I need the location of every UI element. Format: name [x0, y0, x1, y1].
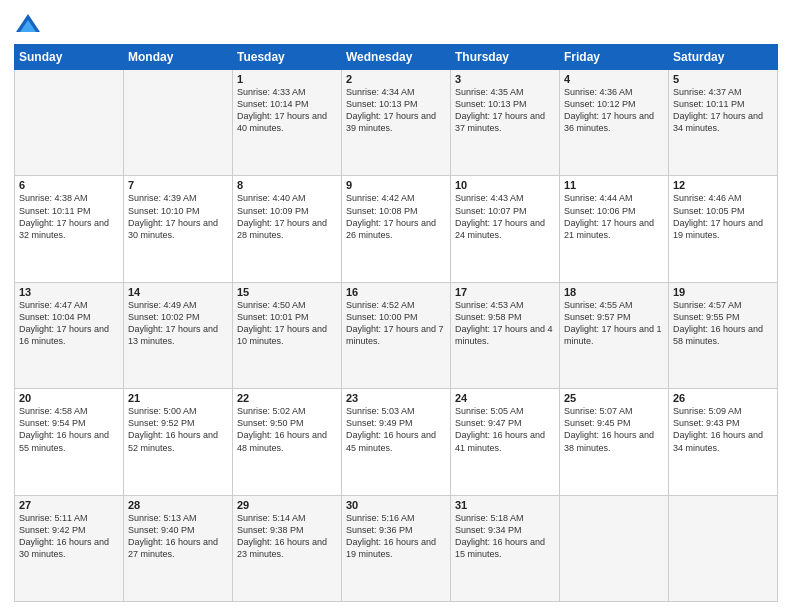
header-tuesday: Tuesday	[233, 45, 342, 70]
day-detail: Sunrise: 4:52 AM Sunset: 10:00 PM Daylig…	[346, 299, 446, 348]
day-cell: 13Sunrise: 4:47 AM Sunset: 10:04 PM Dayl…	[15, 282, 124, 388]
day-cell: 14Sunrise: 4:49 AM Sunset: 10:02 PM Dayl…	[124, 282, 233, 388]
day-detail: Sunrise: 4:42 AM Sunset: 10:08 PM Daylig…	[346, 192, 446, 241]
day-number: 9	[346, 179, 446, 191]
header-saturday: Saturday	[669, 45, 778, 70]
day-number: 12	[673, 179, 773, 191]
day-cell	[669, 495, 778, 601]
day-detail: Sunrise: 4:44 AM Sunset: 10:06 PM Daylig…	[564, 192, 664, 241]
day-number: 20	[19, 392, 119, 404]
day-cell: 28Sunrise: 5:13 AM Sunset: 9:40 PM Dayli…	[124, 495, 233, 601]
day-detail: Sunrise: 5:09 AM Sunset: 9:43 PM Dayligh…	[673, 405, 773, 454]
day-number: 8	[237, 179, 337, 191]
day-detail: Sunrise: 5:11 AM Sunset: 9:42 PM Dayligh…	[19, 512, 119, 561]
header-row: SundayMondayTuesdayWednesdayThursdayFrid…	[15, 45, 778, 70]
week-row-2: 13Sunrise: 4:47 AM Sunset: 10:04 PM Dayl…	[15, 282, 778, 388]
day-cell: 6Sunrise: 4:38 AM Sunset: 10:11 PM Dayli…	[15, 176, 124, 282]
day-cell: 20Sunrise: 4:58 AM Sunset: 9:54 PM Dayli…	[15, 389, 124, 495]
day-number: 24	[455, 392, 555, 404]
day-detail: Sunrise: 4:35 AM Sunset: 10:13 PM Daylig…	[455, 86, 555, 135]
day-cell: 11Sunrise: 4:44 AM Sunset: 10:06 PM Dayl…	[560, 176, 669, 282]
day-number: 14	[128, 286, 228, 298]
day-number: 28	[128, 499, 228, 511]
day-number: 1	[237, 73, 337, 85]
day-cell: 4Sunrise: 4:36 AM Sunset: 10:12 PM Dayli…	[560, 70, 669, 176]
day-cell: 2Sunrise: 4:34 AM Sunset: 10:13 PM Dayli…	[342, 70, 451, 176]
day-number: 10	[455, 179, 555, 191]
day-cell	[15, 70, 124, 176]
day-cell: 26Sunrise: 5:09 AM Sunset: 9:43 PM Dayli…	[669, 389, 778, 495]
day-cell: 8Sunrise: 4:40 AM Sunset: 10:09 PM Dayli…	[233, 176, 342, 282]
day-detail: Sunrise: 4:46 AM Sunset: 10:05 PM Daylig…	[673, 192, 773, 241]
day-cell: 22Sunrise: 5:02 AM Sunset: 9:50 PM Dayli…	[233, 389, 342, 495]
day-number: 29	[237, 499, 337, 511]
day-detail: Sunrise: 4:57 AM Sunset: 9:55 PM Dayligh…	[673, 299, 773, 348]
day-number: 22	[237, 392, 337, 404]
day-detail: Sunrise: 4:55 AM Sunset: 9:57 PM Dayligh…	[564, 299, 664, 348]
day-detail: Sunrise: 5:02 AM Sunset: 9:50 PM Dayligh…	[237, 405, 337, 454]
day-number: 25	[564, 392, 664, 404]
day-cell: 16Sunrise: 4:52 AM Sunset: 10:00 PM Dayl…	[342, 282, 451, 388]
day-cell: 12Sunrise: 4:46 AM Sunset: 10:05 PM Dayl…	[669, 176, 778, 282]
top-bar	[14, 10, 778, 38]
day-number: 23	[346, 392, 446, 404]
day-number: 4	[564, 73, 664, 85]
header-sunday: Sunday	[15, 45, 124, 70]
day-number: 26	[673, 392, 773, 404]
day-cell: 1Sunrise: 4:33 AM Sunset: 10:14 PM Dayli…	[233, 70, 342, 176]
week-row-1: 6Sunrise: 4:38 AM Sunset: 10:11 PM Dayli…	[15, 176, 778, 282]
day-cell: 3Sunrise: 4:35 AM Sunset: 10:13 PM Dayli…	[451, 70, 560, 176]
week-row-4: 27Sunrise: 5:11 AM Sunset: 9:42 PM Dayli…	[15, 495, 778, 601]
day-detail: Sunrise: 4:58 AM Sunset: 9:54 PM Dayligh…	[19, 405, 119, 454]
header-friday: Friday	[560, 45, 669, 70]
day-number: 3	[455, 73, 555, 85]
day-detail: Sunrise: 4:49 AM Sunset: 10:02 PM Daylig…	[128, 299, 228, 348]
day-number: 19	[673, 286, 773, 298]
day-cell: 5Sunrise: 4:37 AM Sunset: 10:11 PM Dayli…	[669, 70, 778, 176]
day-detail: Sunrise: 4:40 AM Sunset: 10:09 PM Daylig…	[237, 192, 337, 241]
day-detail: Sunrise: 5:18 AM Sunset: 9:34 PM Dayligh…	[455, 512, 555, 561]
header-wednesday: Wednesday	[342, 45, 451, 70]
header-thursday: Thursday	[451, 45, 560, 70]
day-number: 11	[564, 179, 664, 191]
day-number: 5	[673, 73, 773, 85]
day-detail: Sunrise: 4:36 AM Sunset: 10:12 PM Daylig…	[564, 86, 664, 135]
day-number: 7	[128, 179, 228, 191]
day-cell: 19Sunrise: 4:57 AM Sunset: 9:55 PM Dayli…	[669, 282, 778, 388]
week-row-3: 20Sunrise: 4:58 AM Sunset: 9:54 PM Dayli…	[15, 389, 778, 495]
day-cell: 15Sunrise: 4:50 AM Sunset: 10:01 PM Dayl…	[233, 282, 342, 388]
calendar-table: SundayMondayTuesdayWednesdayThursdayFrid…	[14, 44, 778, 602]
day-number: 21	[128, 392, 228, 404]
day-cell	[124, 70, 233, 176]
header-monday: Monday	[124, 45, 233, 70]
day-detail: Sunrise: 5:07 AM Sunset: 9:45 PM Dayligh…	[564, 405, 664, 454]
day-cell: 23Sunrise: 5:03 AM Sunset: 9:49 PM Dayli…	[342, 389, 451, 495]
day-number: 31	[455, 499, 555, 511]
day-cell: 7Sunrise: 4:39 AM Sunset: 10:10 PM Dayli…	[124, 176, 233, 282]
day-detail: Sunrise: 4:47 AM Sunset: 10:04 PM Daylig…	[19, 299, 119, 348]
day-number: 18	[564, 286, 664, 298]
day-number: 27	[19, 499, 119, 511]
day-detail: Sunrise: 4:33 AM Sunset: 10:14 PM Daylig…	[237, 86, 337, 135]
day-detail: Sunrise: 5:03 AM Sunset: 9:49 PM Dayligh…	[346, 405, 446, 454]
day-cell	[560, 495, 669, 601]
day-cell: 17Sunrise: 4:53 AM Sunset: 9:58 PM Dayli…	[451, 282, 560, 388]
day-detail: Sunrise: 4:43 AM Sunset: 10:07 PM Daylig…	[455, 192, 555, 241]
day-number: 15	[237, 286, 337, 298]
week-row-0: 1Sunrise: 4:33 AM Sunset: 10:14 PM Dayli…	[15, 70, 778, 176]
logo-icon	[14, 10, 42, 38]
day-detail: Sunrise: 5:16 AM Sunset: 9:36 PM Dayligh…	[346, 512, 446, 561]
day-number: 17	[455, 286, 555, 298]
day-cell: 31Sunrise: 5:18 AM Sunset: 9:34 PM Dayli…	[451, 495, 560, 601]
day-detail: Sunrise: 4:34 AM Sunset: 10:13 PM Daylig…	[346, 86, 446, 135]
day-detail: Sunrise: 5:14 AM Sunset: 9:38 PM Dayligh…	[237, 512, 337, 561]
day-detail: Sunrise: 4:39 AM Sunset: 10:10 PM Daylig…	[128, 192, 228, 241]
day-number: 16	[346, 286, 446, 298]
day-cell: 10Sunrise: 4:43 AM Sunset: 10:07 PM Dayl…	[451, 176, 560, 282]
day-number: 6	[19, 179, 119, 191]
day-cell: 21Sunrise: 5:00 AM Sunset: 9:52 PM Dayli…	[124, 389, 233, 495]
day-cell: 27Sunrise: 5:11 AM Sunset: 9:42 PM Dayli…	[15, 495, 124, 601]
logo	[14, 10, 46, 38]
day-cell: 29Sunrise: 5:14 AM Sunset: 9:38 PM Dayli…	[233, 495, 342, 601]
day-cell: 30Sunrise: 5:16 AM Sunset: 9:36 PM Dayli…	[342, 495, 451, 601]
